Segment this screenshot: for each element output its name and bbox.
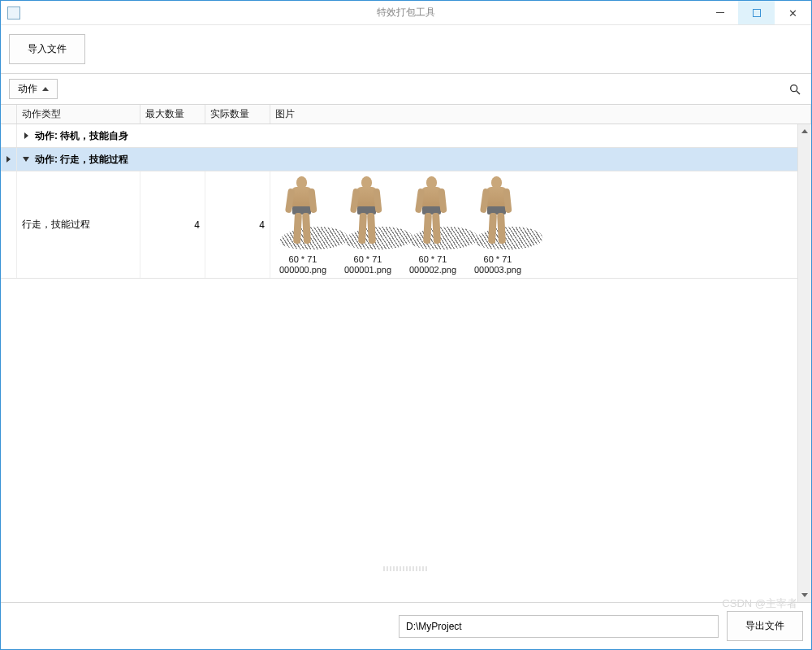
column-header-actual[interactable]: 实际数量	[205, 105, 270, 124]
filter-row: 动作	[1, 74, 811, 105]
expander-column-header	[1, 105, 17, 124]
action-dropdown-label: 动作	[18, 82, 37, 96]
caret-up-icon	[42, 87, 49, 91]
mannequin-icon	[480, 176, 512, 246]
chevron-down-icon	[23, 157, 29, 162]
scroll-up-button[interactable]	[798, 124, 811, 138]
search-icon	[788, 83, 801, 96]
thumb-filename: 000001.png	[344, 265, 391, 275]
group-label: 动作: 行走，技能过程	[35, 153, 128, 167]
import-area: 导入文件	[1, 25, 811, 74]
thumb-dimensions: 60 * 71	[419, 254, 447, 265]
column-header-max[interactable]: 最大数量	[140, 105, 205, 124]
chevron-right-icon	[24, 132, 28, 139]
thumb-filename: 000000.png	[279, 265, 326, 275]
image-thumb[interactable]: 60 * 71 000003.png	[469, 176, 527, 275]
chevron-up-icon	[801, 129, 808, 133]
import-button[interactable]: 导入文件	[9, 34, 85, 64]
image-thumb[interactable]: 60 * 71 000002.png	[404, 176, 462, 275]
scroll-track[interactable]	[798, 138, 811, 588]
resize-handle-icon	[383, 566, 429, 571]
scroll-down-button[interactable]	[798, 588, 811, 602]
column-header-type[interactable]: 动作类型	[17, 105, 140, 124]
thumb-filename: 000003.png	[474, 265, 521, 275]
group-label: 动作: 待机，技能自身	[35, 129, 128, 143]
cell-max: 4	[140, 171, 205, 278]
thumb-filename: 000002.png	[409, 265, 456, 275]
close-button[interactable]	[775, 1, 811, 24]
thumb-dimensions: 60 * 71	[484, 254, 512, 265]
expand-toggle[interactable]	[17, 157, 35, 162]
footer: 导出文件	[1, 603, 811, 649]
expand-toggle[interactable]	[17, 132, 35, 139]
app-icon	[7, 6, 20, 20]
row-indicator-icon	[6, 156, 11, 162]
cell-type: 行走，技能过程	[17, 171, 140, 278]
column-header-image[interactable]: 图片	[270, 105, 811, 124]
table-row[interactable]: 行走，技能过程 4 4 60 * 71 000000.png 60 * 71 0…	[1, 171, 797, 279]
window-title: 特效打包工具	[377, 6, 435, 20]
group-row-idle[interactable]: 动作: 待机，技能自身	[1, 124, 797, 148]
svg-point-0	[791, 84, 797, 91]
vertical-scrollbar[interactable]	[797, 124, 811, 602]
svg-line-1	[797, 91, 800, 94]
mannequin-icon	[285, 176, 317, 246]
table-area: 动作类型 最大数量 实际数量 图片 动作: 待机，技能自身 动作: 行走，技能过…	[1, 105, 811, 603]
window-controls	[702, 1, 811, 24]
maximize-button[interactable]	[738, 1, 775, 24]
action-dropdown[interactable]: 动作	[9, 79, 58, 99]
chevron-down-icon	[801, 593, 808, 597]
image-thumb[interactable]: 60 * 71 000001.png	[339, 176, 397, 275]
minimize-button[interactable]	[702, 1, 738, 24]
title-bar: 特效打包工具	[1, 1, 811, 25]
mannequin-icon	[350, 176, 382, 246]
group-row-walk[interactable]: 动作: 行走，技能过程	[1, 148, 797, 171]
export-button[interactable]: 导出文件	[727, 611, 803, 641]
image-thumb[interactable]: 60 * 71 000000.png	[274, 176, 332, 275]
table-body: 动作: 待机，技能自身 动作: 行走，技能过程 行走，技能过程 4 4 60 *…	[1, 124, 797, 602]
export-path-input[interactable]	[399, 615, 719, 638]
cell-images: 60 * 71 000000.png 60 * 71 000001.png 60…	[270, 171, 797, 278]
table-header: 动作类型 最大数量 实际数量 图片	[1, 105, 811, 124]
thumb-dimensions: 60 * 71	[354, 254, 382, 265]
row-expander-cell	[1, 171, 17, 278]
mannequin-icon	[415, 176, 447, 246]
cell-actual: 4	[205, 171, 270, 278]
thumb-dimensions: 60 * 71	[289, 254, 317, 265]
search-button[interactable]	[787, 81, 803, 98]
